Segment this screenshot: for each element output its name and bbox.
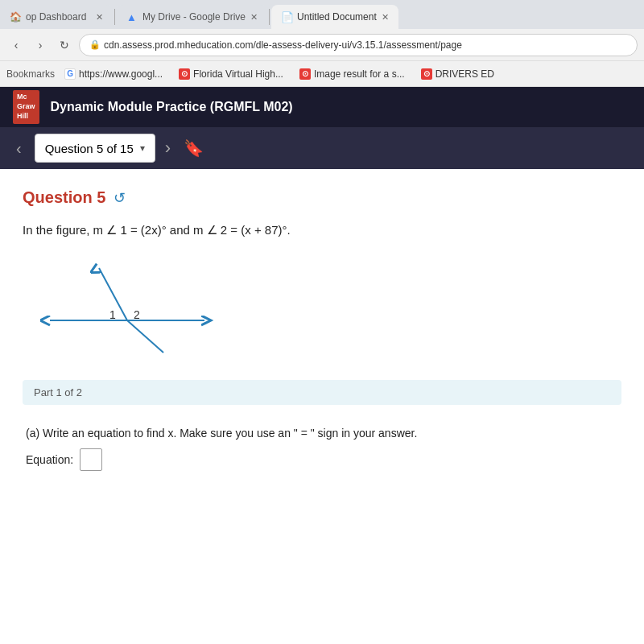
equation-row: Equation: (26, 448, 618, 471)
tab-label: My Drive - Google Drive (142, 11, 246, 23)
bookmark-florida[interactable]: ⊙ Florida Virtual High... (172, 67, 290, 81)
part-label: Part 1 of 2 (34, 386, 82, 398)
part-section: Part 1 of 2 (23, 380, 621, 405)
part-content: (a) Write an equation to find x. Make su… (23, 416, 621, 479)
svg-line-2 (127, 320, 163, 353)
google-icon: G (64, 68, 76, 80)
tab-label: op Dashboard (26, 11, 86, 23)
next-question-button[interactable]: › (165, 138, 171, 159)
browser-tabs: 🏠 op Dashboard ✕ ▲ My Drive - Google Dri… (0, 0, 644, 29)
question-title: Question 5 (23, 188, 105, 207)
tab-doc[interactable]: 📄 Untitled Document ✕ (271, 5, 398, 29)
tab-separator-2 (269, 9, 270, 25)
tab-close-btn[interactable]: ✕ (382, 12, 389, 23)
question-text: In the figure, m ∠ 1 = (2x)° and m ∠ 2 =… (23, 221, 621, 240)
drive-icon: ▲ (126, 11, 138, 23)
reload-button[interactable]: ↻ (55, 35, 74, 55)
bookmark-image[interactable]: ⊙ Image result for a s... (293, 67, 411, 81)
equation-label: Equation: (26, 451, 73, 469)
bookmark-label-2: Florida Virtual High... (193, 68, 283, 80)
prev-question-button[interactable]: ‹ (13, 136, 25, 161)
tab-drive[interactable]: ▲ My Drive - Google Drive ✕ (117, 5, 267, 29)
canvas-icon-2: ⊙ (299, 68, 311, 80)
figure-container: 1 2 (39, 256, 216, 361)
tab-close-btn[interactable]: ✕ (96, 12, 103, 23)
question-selector-label: Question 5 of 15 (45, 142, 134, 155)
refresh-icon[interactable]: ↺ (114, 189, 126, 207)
question-selector[interactable]: Question 5 of 15 ▾ (35, 134, 155, 163)
part-instruction: (a) Write an equation to find x. Make su… (26, 427, 417, 440)
doc-icon: 📄 (281, 11, 292, 23)
chevron-down-icon: ▾ (140, 142, 145, 154)
app-header: Mc Graw Hill Dynamic Module Practice (RG… (0, 87, 644, 127)
tab-dashboard[interactable]: 🏠 op Dashboard ✕ (0, 5, 113, 29)
equation-input[interactable] (80, 448, 102, 471)
bookmarks-bar: Bookmarks G https://www.googl... ⊙ Flori… (0, 61, 644, 87)
back-button[interactable]: ‹ (6, 35, 26, 55)
bookmark-label-4: DRIVERS ED (436, 68, 494, 80)
question-header: Question 5 ↺ (23, 188, 621, 207)
url-bar[interactable]: 🔒 cdn.assess.prod.mheducation.com/dle-as… (79, 34, 638, 56)
bookmark-button[interactable]: 🔖 (184, 138, 204, 158)
canvas-icon-1: ⊙ (179, 68, 190, 80)
forward-button[interactable]: › (31, 35, 50, 55)
bookmarks-label: Bookmarks (6, 68, 55, 80)
question-nav: ‹ Question 5 of 15 ▾ › 🔖 (0, 127, 644, 169)
geometry-figure: 1 2 (39, 256, 216, 361)
svg-text:1: 1 (109, 308, 116, 321)
tab-separator (114, 9, 115, 25)
bookmark-label-3: Image result for a s... (314, 68, 405, 80)
app-title: Dynamic Module Practice (RGMFL M02) (51, 100, 293, 114)
dashboard-icon: 🏠 (10, 11, 21, 23)
tab-label: Untitled Document (297, 11, 377, 23)
svg-text:2: 2 (134, 308, 140, 321)
bookmark-label: https://www.googl... (79, 68, 163, 80)
main-content: Question 5 ↺ In the figure, m ∠ 1 = (2x)… (0, 169, 644, 644)
url-text: cdn.assess.prod.mheducation.com/dle-asse… (104, 39, 462, 51)
question-body: In the figure, m ∠ 1 = (2x)° and m ∠ 2 =… (23, 223, 291, 237)
canvas-icon-3: ⊙ (421, 68, 432, 80)
bookmark-google[interactable]: G https://www.googl... (58, 67, 169, 81)
address-bar: ‹ › ↻ 🔒 cdn.assess.prod.mheducation.com/… (0, 29, 644, 61)
lock-icon: 🔒 (89, 39, 101, 50)
tab-close-btn[interactable]: ✕ (250, 12, 258, 23)
mcgraw-logo: Mc Graw Hill (13, 90, 39, 123)
bookmark-drivers[interactable]: ⊙ DRIVERS ED (415, 67, 501, 81)
